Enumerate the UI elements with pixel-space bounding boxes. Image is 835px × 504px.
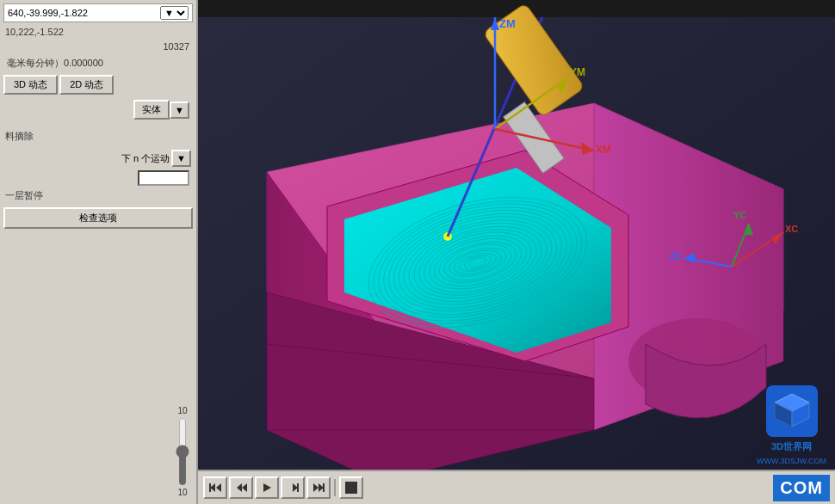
svg-marker-61 [313,483,319,492]
zm-label: ZM [499,17,516,30]
layer-stop-label: 一层暂停 [3,189,193,202]
speed-label: 毫米每分钟）0.000000 [3,55,193,71]
com-badge: COM [773,475,830,501]
svg-marker-58 [263,483,271,492]
play-icon [260,481,274,495]
play-button[interactable] [255,476,279,499]
coord-row2: 10,222,-1.522 [3,26,193,38]
vertical-slider[interactable] [174,417,191,486]
skip-forward-icon [286,481,300,495]
move-row: 下 n 个运动 ▼ [3,150,193,167]
fast-forward-button[interactable] [306,476,331,499]
move-dropdown-arrow[interactable]: ▼ [171,150,191,167]
watermark-site-text: 3D世界网 [771,440,812,453]
fast-forward-icon [312,481,325,495]
zc-label: ZC [670,251,683,261]
ym-label: YM [570,66,585,78]
slider-area: 10 10 [3,236,193,501]
watermark-logo-icon [766,385,818,437]
xc-label: XC [785,224,798,234]
solid-dropdown-arrow[interactable]: ▼ [170,101,189,119]
move-value-input[interactable]: 30000 [138,170,189,186]
viewport: ZM YM XM XC YC ZC [198,0,835,504]
coord-text: 640,-39.999,-1.822 [8,8,88,18]
left-panel: 640,-39.999,-1.822 ▼ 10,222,-1.522 10327… [0,0,198,504]
svg-marker-55 [216,483,221,492]
svg-marker-57 [242,483,247,492]
stop-icon [345,482,357,494]
bottom-toolbar: COM [198,470,835,504]
slider-top-label: 10 [177,406,187,415]
svg-rect-54 [209,483,211,492]
skip-back-icon [208,481,222,495]
material-remove-label: 料摘除 [3,130,193,143]
solid-select: 实体 ▼ [133,100,189,120]
xm-label: XM [596,144,611,156]
animation-buttons: 3D 动态 2D 动态 [3,75,193,95]
main-container: 640,-39.999,-1.822 ▼ 10,222,-1.522 10327… [0,0,835,504]
slider-container: 10 10 [174,406,191,497]
3d-scene-svg: ZM YM XM XC YC ZC [198,0,835,504]
watermark: 3D世界网 WWW.3DSJW.COM [757,385,826,465]
btn-2d-animation[interactable]: 2D 动态 [59,75,114,95]
rewind-icon [234,481,248,495]
move-label: 下 n 个运动 [121,152,170,165]
yc-label: YC [733,210,746,220]
solid-row: 实体 ▼ [5,100,191,120]
number-display: 10327 [3,40,193,53]
svg-rect-63 [323,483,325,492]
rewind-button[interactable] [229,476,253,499]
skip-forward-button[interactable] [281,476,305,499]
btn-3d-animation[interactable]: 3D 动态 [3,75,58,95]
watermark-url-text: WWW.3DSJW.COM [757,457,826,465]
solid-section: 实体 ▼ [3,100,193,125]
stop-button[interactable] [339,476,363,499]
toolbar-separator [334,479,336,496]
skip-back-button[interactable] [203,476,227,499]
coord-dropdown[interactable]: ▼ [160,6,189,20]
svg-marker-56 [237,483,242,492]
coord-display: 640,-39.999,-1.822 ▼ [3,3,193,22]
svg-rect-60 [297,483,299,492]
slider-bottom-label: 10 [177,488,187,497]
check-options-button[interactable]: 检查选项 [3,207,193,229]
solid-button[interactable]: 实体 [133,100,170,120]
